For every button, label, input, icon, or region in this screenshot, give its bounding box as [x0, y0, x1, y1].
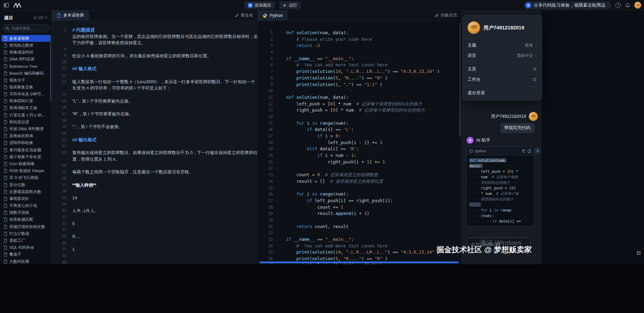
rename-button[interactable]: 重命名	[235, 12, 253, 18]
sidebar-item[interactable]: 计算位置 x 到 y 的...	[1, 112, 50, 118]
add-problem-button[interactable]: 添加题目	[244, 1, 275, 9]
code-line: 17 if i > 0:	[258, 133, 461, 140]
sidebar-item[interactable]: SQL 代码补全	[1, 244, 50, 251]
doc-text: 给定小 A 最初推骨牌的方向，求出最后依然保持竖立的骨牌数目和位置。	[72, 53, 211, 59]
doc-icon	[3, 148, 7, 152]
problem-description[interactable]: 1# 问题描述边的相邻骨牌推倒。当一个骨牌，其左边倒向它的骨牌数目与其右边倒向它…	[52, 21, 257, 264]
sidebar-item[interactable]: 叠盘子	[1, 251, 50, 258]
code-line: 28 count += 1	[258, 204, 461, 211]
doc-line: 27**输入样例**	[52, 182, 257, 189]
language-tab[interactable]: Python	[258, 10, 287, 21]
doc-text: ## 输入格式	[72, 66, 96, 72]
sidebar-item[interactable]: 打点计数器	[1, 230, 50, 237]
sidebar-item[interactable]: 简单四则计算	[1, 98, 50, 105]
sidebar-item[interactable]: 蛋糕工厂	[1, 237, 50, 244]
help-icon[interactable]: ?	[615, 2, 621, 8]
language-tab-label: Python	[270, 13, 283, 18]
code-text: for i in range(num):	[286, 191, 349, 198]
ai-code-line: ····for i in range	[469, 207, 531, 213]
code-line: 18 left_push[i - 1] += 1	[258, 140, 461, 146]
topbar: 添加题目 运行 分享代码练习体验，领限量定制周边 ?	[0, 0, 644, 10]
sidebar-item[interactable]: 和的逆运算	[1, 118, 50, 125]
sidebar-item[interactable]: Bytedance Tree	[1, 63, 50, 70]
doc-text: 输入数据第一行包括一个整数 n（1≤n≤3000），表示这一行多米诺骨牌的数目。…	[72, 79, 255, 85]
doc-icon	[3, 120, 7, 124]
sidebar-item-label: 病毒感染时间	[9, 50, 33, 55]
line-number: 30	[52, 201, 66, 208]
sidebar-item[interactable]: 链表聚集交换	[1, 84, 50, 91]
sidebar-item[interactable]: 穿越沙漠的补给次数	[1, 223, 50, 230]
sidebar-item[interactable]: 多米诺骨牌	[1, 35, 50, 42]
sidebar-item[interactable]: 及格如此简单	[1, 133, 50, 140]
sidebar-item[interactable]: 大数对距离	[1, 258, 50, 264]
apply-code-button[interactable]	[535, 148, 541, 154]
sidebar-item[interactable]: 猫鱼分干	[1, 77, 50, 84]
app-logo-icon[interactable]	[13, 2, 24, 8]
doc-line: 边的相邻骨牌推倒。当一个骨牌，其左边倒向它的骨牌数目与其右边倒向它的骨牌数目相等…	[52, 34, 257, 40]
sidebar-item-label: 青海湖租车之旅	[9, 105, 37, 111]
copy-icon[interactable]	[522, 149, 525, 153]
sidebar-item[interactable]: 暴雨梨花针	[1, 195, 50, 202]
user-menu-item[interactable]: 退出登录	[463, 88, 542, 98]
user-avatar[interactable]	[634, 2, 641, 9]
doc-icon	[3, 190, 7, 194]
line-number: 13	[52, 79, 66, 85]
doc-icon	[3, 259, 7, 264]
editor-horizontal-scrollbar[interactable]	[259, 262, 459, 263]
sidebar-item[interactable]: 青海湖租车之旅	[1, 105, 50, 112]
problem-tab[interactable]: 多米诺骨牌	[52, 10, 89, 21]
user-menu-item[interactable]: 工作台	[463, 74, 542, 85]
sidebar-item[interactable]: 最小替换子串长度	[1, 153, 50, 160]
code-text: if __name__ == "__main__":	[286, 56, 354, 62]
doc-icon	[3, 176, 7, 180]
run-button[interactable]: 运行	[279, 1, 301, 9]
sidebar-item[interactable]: Cion 勒索病毒	[1, 160, 50, 167]
sidebar-item[interactable]: 创意标题匹配	[1, 216, 50, 223]
sidebar-item[interactable]: DNA 序列还原	[1, 56, 50, 63]
line-number: 26	[258, 191, 273, 198]
sidebar-item-label: SQL 代码补全	[9, 245, 34, 250]
sidebar-item[interactable]: 不再贪心的小包	[1, 202, 50, 209]
line-number: 33	[52, 221, 66, 227]
chat-input[interactable]	[467, 238, 531, 252]
sidebar-item[interactable]: 环状 DNA 序列整理	[1, 125, 50, 132]
sidebar-item[interactable]: Base32 编码和解码	[1, 70, 50, 77]
doc-icon	[3, 113, 7, 117]
line-number: 14	[258, 114, 273, 120]
line-number: 7	[258, 68, 273, 75]
doc-icon	[3, 127, 7, 131]
search-box[interactable]	[2, 24, 49, 32]
sidebar-item[interactable]: 拿到最多红包金额	[1, 146, 50, 153]
doc-text: “R”，第 i 个字符将要被向右推。	[72, 111, 134, 117]
user-menu-item[interactable]: 主题暗色›	[463, 40, 542, 50]
insert-code-icon[interactable]	[527, 149, 531, 153]
sidebar-item[interactable]: 百分位数	[1, 181, 50, 188]
sidebar-item[interactable]: 查找热点数据	[1, 42, 50, 49]
code-editor[interactable]: 1def solution(num, data):2 # Please writ…	[258, 21, 461, 264]
sidebar-item[interactable]: 病毒感染时间	[1, 49, 50, 56]
user-menu-item[interactable]: 语言简体中文›	[463, 50, 542, 61]
doc-line: 35R....	[52, 234, 257, 240]
sidebar-scrollbar[interactable]	[50, 35, 51, 102]
line-number: 28	[52, 188, 66, 195]
switch-language-button[interactable]: 切换语言	[435, 12, 457, 18]
sidebar-item[interactable]: 比赛最高获胜次数	[1, 188, 50, 195]
editor-vertical-scrollbar[interactable]	[459, 23, 461, 137]
sidebar-item[interactable]: RGB 色值转 Integer	[1, 168, 50, 174]
menu-item-label: 工作台	[468, 77, 481, 83]
code-line: 8 print(solution(5, "R....") == "0" )	[258, 75, 461, 82]
sidebar-item[interactable]: 字符串有多少种可...	[1, 91, 50, 98]
code-line: 25	[258, 185, 461, 191]
sidebar-item[interactable]: 猜数字游戏	[1, 209, 50, 216]
promo-banner[interactable]: 分享代码练习体验，领限量定制周边	[524, 1, 611, 9]
sidebar-item[interactable]: 进制求和转换	[1, 140, 50, 146]
bell-icon[interactable]	[625, 3, 630, 8]
doc-line: 19“.”，第 i 个字符不会被推。	[52, 124, 257, 130]
search-input[interactable]	[11, 26, 46, 30]
sidebar-toggle-icon[interactable]	[3, 2, 9, 8]
sidebar-item[interactable]: 百 D 的飞行路线	[1, 174, 50, 181]
sidebar-item-label: 不再贪心的小包	[9, 203, 37, 208]
user-menu-avatar	[468, 21, 480, 34]
code-line: 29 result.append(i + 1)	[258, 210, 461, 217]
user-menu-item[interactable]: 主页	[463, 64, 542, 74]
